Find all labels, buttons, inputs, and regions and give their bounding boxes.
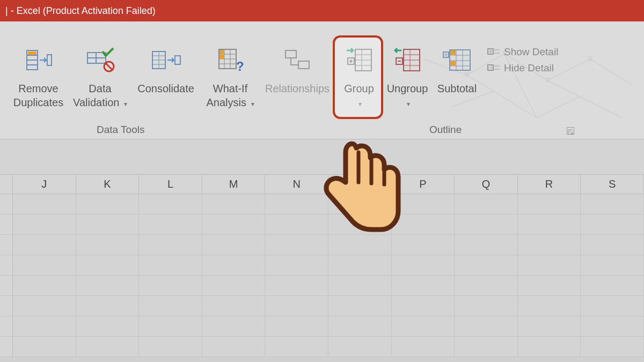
cell[interactable] — [392, 276, 455, 296]
cell[interactable] — [202, 316, 266, 337]
cell[interactable] — [392, 215, 455, 235]
show-detail-button[interactable]: Show Detail — [487, 46, 558, 58]
cell[interactable] — [265, 215, 328, 235]
column-header[interactable]: N — [265, 175, 328, 194]
column-header[interactable]: J — [13, 175, 76, 194]
column-header[interactable]: R — [518, 175, 581, 194]
column-header[interactable]: Q — [455, 175, 518, 194]
cell[interactable] — [455, 316, 518, 337]
cell-grid[interactable] — [0, 194, 644, 357]
cell[interactable] — [139, 215, 202, 235]
column-header[interactable]: M — [202, 175, 266, 194]
subtotal-button[interactable]: Subtotal — [431, 43, 482, 110]
cell[interactable] — [328, 194, 392, 215]
cell[interactable] — [202, 194, 266, 215]
cell[interactable] — [265, 276, 328, 296]
cell[interactable] — [392, 337, 455, 357]
hide-detail-button[interactable]: Hide Detail — [487, 62, 558, 74]
cell[interactable] — [392, 235, 455, 255]
cell[interactable] — [392, 194, 455, 215]
cell[interactable] — [139, 316, 202, 337]
cell[interactable] — [455, 215, 518, 235]
cell[interactable] — [202, 296, 266, 316]
cell[interactable] — [202, 276, 266, 296]
cell[interactable] — [581, 235, 644, 255]
cell[interactable] — [76, 316, 140, 337]
cell[interactable] — [202, 255, 266, 276]
cell[interactable] — [265, 194, 328, 215]
cell[interactable] — [139, 337, 202, 357]
cell[interactable] — [518, 337, 581, 357]
cell[interactable] — [455, 255, 518, 276]
cell[interactable] — [518, 215, 581, 235]
cell[interactable] — [518, 255, 581, 276]
cell[interactable] — [13, 296, 76, 316]
relationships-button[interactable]: Relationships — [260, 43, 335, 97]
cell[interactable] — [13, 194, 76, 215]
cell[interactable] — [139, 194, 202, 215]
cell[interactable] — [581, 337, 644, 357]
spreadsheet[interactable]: J K L M N O P Q R S — [0, 139, 644, 362]
cell[interactable] — [518, 296, 581, 316]
cell[interactable] — [581, 296, 644, 316]
cell[interactable] — [392, 316, 455, 337]
cell[interactable] — [265, 235, 328, 255]
cell[interactable] — [518, 316, 581, 337]
cell[interactable] — [76, 255, 140, 276]
column-header[interactable]: P — [392, 175, 455, 194]
cell[interactable] — [13, 235, 76, 255]
cell[interactable] — [139, 276, 202, 296]
cell[interactable] — [581, 255, 644, 276]
cell[interactable] — [392, 296, 455, 316]
cell[interactable] — [265, 316, 328, 337]
cell[interactable] — [581, 316, 644, 337]
cell[interactable] — [76, 337, 140, 357]
cell[interactable] — [202, 337, 266, 357]
column-header[interactable]: O — [328, 175, 392, 194]
cell[interactable] — [455, 276, 518, 296]
cell[interactable] — [328, 235, 392, 255]
cell[interactable] — [139, 296, 202, 316]
cell[interactable] — [76, 194, 140, 215]
cell[interactable] — [13, 316, 76, 337]
cell[interactable] — [455, 194, 518, 215]
cell[interactable] — [13, 276, 76, 296]
cell[interactable] — [328, 255, 392, 276]
cell[interactable] — [265, 255, 328, 276]
cell[interactable] — [392, 255, 455, 276]
data-validation-button[interactable]: Data Validation — [69, 43, 131, 110]
cell[interactable] — [455, 337, 518, 357]
cell[interactable] — [518, 194, 581, 215]
cell[interactable] — [328, 337, 392, 357]
cell[interactable] — [581, 215, 644, 235]
cell[interactable] — [13, 337, 76, 357]
cell[interactable] — [13, 215, 76, 235]
cell[interactable] — [328, 215, 392, 235]
cell[interactable] — [518, 235, 581, 255]
ungroup-button[interactable]: Ungroup — [383, 43, 431, 110]
cell[interactable] — [202, 215, 266, 235]
cell[interactable] — [76, 276, 140, 296]
cell[interactable] — [455, 296, 518, 316]
cell[interactable] — [328, 276, 392, 296]
cell[interactable] — [581, 276, 644, 296]
consolidate-button[interactable]: Consolidate — [131, 43, 201, 97]
remove-duplicates-button[interactable]: Remove Duplicates — [8, 43, 69, 110]
cell[interactable] — [455, 235, 518, 255]
group-button[interactable]: Group — [335, 43, 383, 110]
column-header[interactable]: S — [581, 175, 644, 194]
cell[interactable] — [139, 235, 202, 255]
cell[interactable] — [265, 337, 328, 357]
cell[interactable] — [13, 255, 76, 276]
cell[interactable] — [328, 296, 392, 316]
cell[interactable] — [76, 296, 140, 316]
cell[interactable] — [76, 215, 140, 235]
cell[interactable] — [202, 235, 266, 255]
cell[interactable] — [76, 235, 140, 255]
cell[interactable] — [328, 316, 392, 337]
cell[interactable] — [581, 194, 644, 215]
cell[interactable] — [265, 296, 328, 316]
cell[interactable] — [139, 255, 202, 276]
outline-dialog-launcher[interactable] — [567, 127, 574, 135]
column-header[interactable]: K — [76, 175, 140, 194]
